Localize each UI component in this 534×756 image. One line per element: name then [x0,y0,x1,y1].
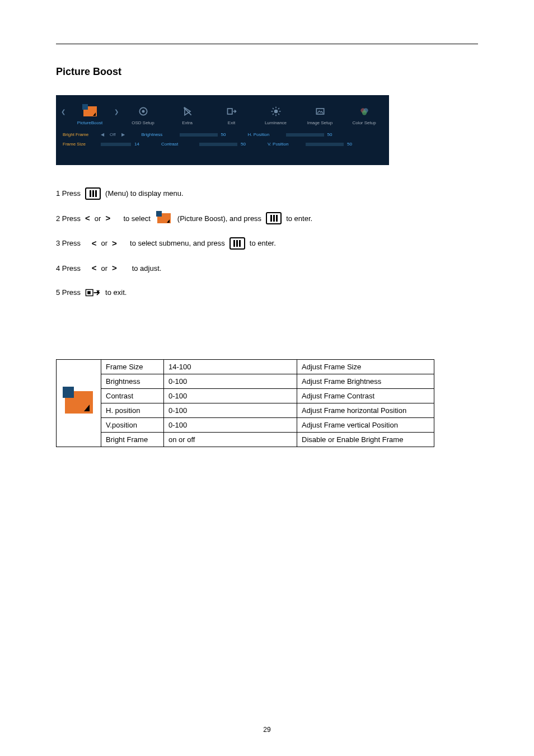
svg-line-9 [273,108,274,109]
page-divider [56,44,478,44]
svg-point-4 [274,110,278,114]
step-text: 1 Press [56,188,81,199]
setting-range: on or off [164,433,297,447]
less-than-icon: < [92,237,97,250]
step-text: to enter. [286,213,312,224]
step-text: (Menu) to display menu. [105,188,183,199]
tab-extra: Extra [165,104,209,128]
setting-label: H. Position [248,132,283,137]
setting-brightness: Brightness 50 [142,132,231,137]
osd-panel: ❮ PictureBoost ❯ OSD Setup Extra Exit [56,95,389,165]
setting-range: 14-100 [164,360,297,374]
table-row: Contrast 0-100 Adjust Frame Contrast [57,389,434,403]
tab-osd-setup: OSD Setup [121,104,165,128]
tab-label: Luminance [254,120,298,125]
setting-value: 50 [347,142,357,147]
greater-than-icon: > [112,262,117,275]
extra-icon [165,104,209,119]
svg-point-16 [362,110,366,115]
step-text: or [101,263,107,274]
setting-desc: Adjust Frame Size [297,360,434,374]
vposition-bar [306,143,344,146]
setting-label: Contrast [161,142,196,147]
table-row: Frame Size 14-100 Adjust Frame Size [57,360,434,374]
setting-label: Frame Size [63,142,97,147]
table-row: V.position 0-100 Adjust Frame vertical P… [57,418,434,433]
tab-luminance: Luminance [254,104,298,128]
frame-size-bar [101,143,131,146]
luminance-icon [254,104,298,119]
contrast-bar [199,143,237,146]
setting-value: 14 [134,142,144,147]
nav-right-icon: ❯ [112,95,121,128]
instruction-step-1: 1 Press (Menu) to display menu. [56,187,312,200]
setting-vposition: V. Position 50 [268,142,357,147]
setting-value: 50 [221,132,231,137]
nav-left-icon: ❮ [59,95,68,128]
instruction-step-3: 3 Press < or > to select submenu, and pr… [56,237,312,250]
setting-range: 0-100 [164,403,297,418]
step-text: or [95,213,101,224]
greater-than-icon: > [112,237,117,250]
hposition-bar [286,133,324,137]
step-text: 5 Press [56,287,81,298]
tab-picture-boost: PictureBoost [68,104,112,128]
setting-value: Off [110,132,116,137]
tab-label: Extra [165,120,209,125]
step-text: 3 Press [56,238,81,249]
instructions: 1 Press (Menu) to display menu. 2 Press … [56,187,312,311]
menu-button-icon [229,237,245,250]
osd-tabs: ❮ PictureBoost ❯ OSD Setup Extra Exit [56,95,389,128]
setting-value: 50 [327,132,338,137]
setting-name: Bright Frame [101,433,164,447]
setting-value: 50 [241,142,251,147]
setting-hposition: H. Position 50 [248,132,338,137]
svg-line-12 [278,108,279,109]
setting-desc: Adjust Frame vertical Position [297,418,434,433]
instruction-step-5: 5 Press to exit. [56,287,312,298]
table-row: H. position 0-100 Adjust Frame horizonta… [57,403,434,418]
tab-exit: Exit [209,104,254,128]
table-row: Bright Frame on or off Disable or Enable… [57,433,434,447]
menu-button-icon [85,187,101,200]
svg-rect-3 [227,109,232,114]
tab-label: Image Setup [298,120,342,125]
instruction-step-4: 4 Press < or > to adjust. [56,262,312,275]
svg-line-11 [273,114,274,115]
step-text: 4 Press [56,263,81,274]
setting-range: 0-100 [164,374,297,389]
color-setup-icon [342,104,386,119]
table-row: Brightness 0-100 Adjust Frame Brightness [57,374,434,389]
step-text: 2 Press [56,213,81,224]
step-text: to select [123,213,150,224]
tab-image-setup: Image Setup [298,104,342,128]
arrow-left-icon: ◀ [101,132,104,137]
osd-setup-icon [121,104,165,119]
setting-label: Bright Frame [63,132,97,137]
arrow-right-icon: ▶ [121,132,125,137]
step-text: to select submenu, and press [130,238,225,249]
step-text: to exit. [105,287,127,298]
step-text: or [101,238,107,249]
menu-button-icon [266,212,282,224]
setting-name: H. position [101,403,164,418]
settings-table: Frame Size 14-100 Adjust Frame Size Brig… [56,359,434,447]
section-title: Picture Boost [56,66,121,78]
brightness-bar [180,133,218,137]
setting-name: V.position [101,418,164,433]
setting-desc: Adjust Frame Brightness [297,374,434,389]
tab-label: OSD Setup [121,120,165,125]
tab-label: Exit [209,120,254,125]
picture-boost-icon [65,391,93,414]
image-setup-icon [298,104,342,119]
less-than-icon: < [92,262,97,275]
tab-color-setup: Color Setup [342,104,386,128]
setting-range: 0-100 [164,389,297,403]
svg-line-10 [278,114,279,115]
setting-name: Frame Size [101,360,164,374]
setting-desc: Adjust Frame horizontal Position [297,403,434,418]
setting-frame-size: Frame Size 14 [63,142,144,147]
setting-arrows: ◀ Off ▶ [101,132,125,137]
exit-icon [209,104,254,119]
less-than-icon: < [85,212,90,225]
